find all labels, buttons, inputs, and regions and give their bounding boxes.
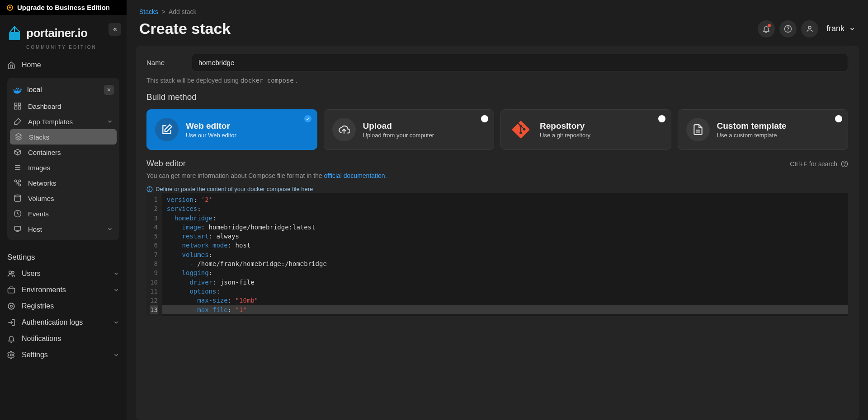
sidebar-item-volumes[interactable]: Volumes xyxy=(7,191,119,206)
svg-rect-15 xyxy=(14,226,21,230)
stack-name-input[interactable] xyxy=(192,54,848,71)
sidebar-item-registries[interactable]: Registries xyxy=(0,298,127,314)
build-method-web-editor[interactable]: Web editorUse our Web editor xyxy=(146,109,317,150)
editor-search-hint: Ctrl+F for search xyxy=(790,160,848,168)
code-line[interactable]: volumes: xyxy=(162,250,848,259)
build-method-custom-template[interactable]: Custom templateUse a custom template xyxy=(678,109,849,150)
home-icon xyxy=(7,61,15,69)
code-line[interactable]: homebridge: xyxy=(162,214,848,223)
code-gutter: 12345678910111213 xyxy=(146,193,162,316)
code-line[interactable]: image: homebridge/homebridge:latest xyxy=(162,223,848,232)
code-line[interactable]: - /home/frank/homebridge:/homebridge xyxy=(162,259,848,268)
file-icon xyxy=(686,118,710,141)
sidebar-item-label: Home xyxy=(22,61,41,69)
chevron-down-icon xyxy=(113,319,119,326)
code-content[interactable]: version: '2'services: homebridge: image:… xyxy=(162,193,848,316)
sidebar-item-label: Dashboard xyxy=(28,103,61,110)
networks-icon xyxy=(14,179,22,187)
code-line[interactable]: version: '2' xyxy=(162,195,848,204)
build-method-repository[interactable]: RepositoryUse a git repository xyxy=(500,109,671,150)
code-line[interactable]: network_mode: host xyxy=(162,241,848,250)
sidebar-item-environments[interactable]: Environments xyxy=(0,282,127,298)
code-editor[interactable]: 12345678910111213 version: '2'services: … xyxy=(146,193,848,316)
method-subtitle: Use a git repository xyxy=(540,132,590,139)
code-line[interactable]: driver: json-file xyxy=(162,278,848,287)
help-circle-icon xyxy=(841,160,848,168)
svg-point-34 xyxy=(150,187,150,188)
code-line[interactable]: options: xyxy=(162,287,848,296)
build-method-heading: Build method xyxy=(146,92,848,102)
editor-title: Web editor xyxy=(146,159,186,168)
sidebar-item-home[interactable]: Home xyxy=(0,57,127,73)
breadcrumb: Stacks > Add stack xyxy=(127,0,868,17)
sidebar-item-notifications[interactable]: Notifications xyxy=(0,331,127,347)
info-icon xyxy=(146,186,153,192)
svg-rect-3 xyxy=(14,103,17,105)
sidebar-item-networks[interactable]: Networks xyxy=(7,175,119,191)
official-docs-link[interactable]: official documentation xyxy=(324,172,385,179)
logo-icon xyxy=(7,24,23,42)
code-line[interactable]: logging: xyxy=(162,268,848,277)
sidebar-item-label: Notifications xyxy=(22,335,61,343)
sidebar-item-dashboard[interactable]: Dashboard xyxy=(7,98,119,114)
method-title: Upload xyxy=(363,121,434,131)
bell-icon xyxy=(7,335,15,343)
chevron-down-icon xyxy=(849,26,855,32)
sidebar-item-settings[interactable]: Settings xyxy=(0,347,127,363)
auth-icon xyxy=(7,318,15,327)
environment-section: local ✕ DashboardApp TemplatesStacksCont… xyxy=(7,78,119,240)
sidebar-item-stacks[interactable]: Stacks xyxy=(10,129,117,145)
sidebar-item-label: Stacks xyxy=(29,133,49,141)
svg-point-31 xyxy=(844,165,845,166)
environment-name: local xyxy=(27,86,42,94)
svg-point-18 xyxy=(9,271,12,274)
method-title: Custom template xyxy=(717,121,787,131)
volumes-icon xyxy=(14,194,22,202)
code-line[interactable]: max-size: "10mb" xyxy=(162,296,848,305)
breadcrumb-root[interactable]: Stacks xyxy=(139,8,158,15)
page-title: Create stack xyxy=(139,20,231,37)
editor-placeholder: Define or paste the content of your dock… xyxy=(146,186,848,192)
sidebar-item-containers[interactable]: Containers xyxy=(7,145,119,160)
images-icon xyxy=(14,163,22,172)
sidebar-item-users[interactable]: Users xyxy=(0,266,127,282)
user-avatar[interactable] xyxy=(801,20,818,37)
code-line[interactable]: max-file: "1" xyxy=(162,305,848,314)
gear-icon xyxy=(7,351,15,359)
sidebar-collapse-button[interactable] xyxy=(108,23,121,36)
code-line[interactable]: restart: always xyxy=(162,232,848,241)
svg-rect-4 xyxy=(19,103,21,105)
sidebar: Upgrade to Business Edition portainer.io… xyxy=(0,0,127,420)
logo-text: portainer.io xyxy=(26,26,88,40)
sidebar-item-label: Containers xyxy=(28,149,61,156)
docker-icon xyxy=(13,85,23,95)
radio-indicator xyxy=(835,115,842,122)
code-line[interactable]: services: xyxy=(162,204,848,213)
git-icon xyxy=(509,118,533,141)
svg-rect-5 xyxy=(14,107,17,109)
sidebar-item-events[interactable]: Events xyxy=(7,206,119,221)
upgrade-banner[interactable]: Upgrade to Business Edition xyxy=(0,0,127,15)
users-icon xyxy=(7,270,15,278)
svg-point-21 xyxy=(10,305,13,308)
containers-icon xyxy=(14,148,22,156)
svg-rect-20 xyxy=(8,288,15,293)
notifications-button[interactable] xyxy=(758,20,775,37)
registries-icon xyxy=(7,302,15,310)
radio-indicator xyxy=(481,115,488,122)
settings-heading: Settings xyxy=(0,245,127,266)
sidebar-item-label: Events xyxy=(28,210,49,218)
user-menu[interactable]: frank xyxy=(826,24,855,33)
help-button[interactable] xyxy=(779,20,797,37)
environment-header[interactable]: local ✕ xyxy=(7,81,119,98)
cloud-upload-icon xyxy=(332,118,356,141)
environment-close-button[interactable]: ✕ xyxy=(104,85,114,95)
breadcrumb-current: Add stack xyxy=(169,8,196,15)
sidebar-item-images[interactable]: Images xyxy=(7,160,119,175)
build-method-upload[interactable]: UploadUpload from your computer xyxy=(324,109,495,150)
sidebar-item-app-templates[interactable]: App Templates xyxy=(7,114,119,129)
deploy-note: This stack will be deployed using docker… xyxy=(146,77,848,84)
svg-rect-1 xyxy=(9,32,20,40)
sidebar-item-host[interactable]: Host xyxy=(7,221,119,237)
sidebar-item-authentication-logs[interactable]: Authentication logs xyxy=(0,314,127,331)
